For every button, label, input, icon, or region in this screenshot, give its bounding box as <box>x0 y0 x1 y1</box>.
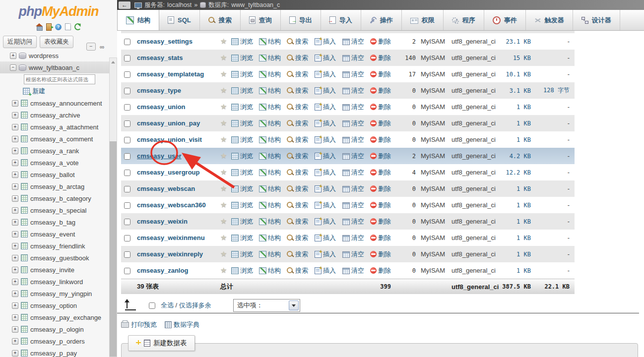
action-search-link[interactable]: 搜索 <box>287 168 315 177</box>
table-name-link[interactable]: cmseasy_settings <box>135 38 220 45</box>
action-search-link[interactable]: 搜索 <box>287 37 315 46</box>
action-structure-link[interactable]: 结构 <box>259 37 287 46</box>
sidebar-item-table[interactable]: +cmseasy_option <box>0 299 110 311</box>
action-empty-link[interactable]: 清空 <box>342 250 370 259</box>
row-checkbox[interactable] <box>124 39 130 45</box>
table-name-link[interactable]: cmseasy_union <box>135 103 220 111</box>
help-icon[interactable] <box>55 24 62 30</box>
action-insert-link[interactable]: 插入 <box>315 217 342 226</box>
action-search-link[interactable]: 搜索 <box>287 70 315 79</box>
action-browse-link[interactable]: 浏览 <box>231 168 259 177</box>
favorite-star-icon[interactable] <box>220 234 228 242</box>
action-structure-link[interactable]: 结构 <box>259 119 287 128</box>
expand-toggle-icon[interactable]: + <box>12 183 18 190</box>
expand-toggle-icon[interactable]: + <box>12 231 18 238</box>
action-empty-link[interactable]: 清空 <box>342 217 370 226</box>
action-empty-link[interactable]: 清空 <box>342 119 370 128</box>
sidebar-item-table[interactable]: +cmseasy_b_arctag <box>0 180 110 192</box>
action-drop-link[interactable]: 删除 <box>370 119 396 128</box>
action-search-link[interactable]: 搜索 <box>287 54 315 62</box>
action-browse-link[interactable]: 浏览 <box>231 201 259 210</box>
tab-triggers[interactable]: 触发器 <box>526 10 573 30</box>
action-browse-link[interactable]: 浏览 <box>231 37 259 46</box>
tab-events[interactable]: 事件 <box>484 10 526 30</box>
expand-toggle-icon[interactable]: + <box>12 124 18 130</box>
sidebar-item-table[interactable]: +cmseasy_archive <box>0 109 110 121</box>
action-structure-link[interactable]: 结构 <box>259 201 287 210</box>
sidebar-item-new-table[interactable]: 新建 <box>0 85 110 97</box>
row-checkbox[interactable] <box>124 202 130 209</box>
action-structure-link[interactable]: 结构 <box>259 103 287 112</box>
action-structure-link[interactable]: 结构 <box>259 54 287 62</box>
expand-toggle-icon[interactable]: + <box>12 267 18 273</box>
action-insert-link[interactable]: 插入 <box>315 266 342 275</box>
expand-toggle-icon[interactable]: + <box>12 136 18 142</box>
action-drop-link[interactable]: 删除 <box>370 266 396 275</box>
action-empty-link[interactable]: 清空 <box>342 184 370 193</box>
action-browse-link[interactable]: 浏览 <box>231 86 259 95</box>
create-table-legend[interactable]: 新建数据表 <box>128 335 195 351</box>
tab-favorite-tables[interactable]: 表收藏夹 <box>40 36 73 48</box>
favorite-star-icon[interactable] <box>220 119 228 127</box>
row-checkbox[interactable] <box>124 219 130 225</box>
sidebar-item-table[interactable]: +cmseasy_b_tag <box>0 216 110 228</box>
action-empty-link[interactable]: 清空 <box>342 152 370 161</box>
row-checkbox[interactable] <box>124 268 130 274</box>
table-name-link[interactable]: cmseasy_weixinmenu <box>135 234 220 241</box>
action-browse-link[interactable]: 浏览 <box>231 135 259 144</box>
table-name-link[interactable]: cmseasy_stats <box>135 54 220 61</box>
logout-icon[interactable] <box>46 23 52 31</box>
sidebar-item-table[interactable]: +cmseasy_b_category <box>0 192 110 204</box>
action-drop-link[interactable]: 删除 <box>370 184 396 193</box>
expand-toggle-icon[interactable]: + <box>12 338 18 345</box>
sidebar-item-table[interactable]: +cmseasy_event <box>0 228 110 240</box>
back-arrow-button[interactable]: ← <box>119 1 130 9</box>
action-browse-link[interactable]: 浏览 <box>231 217 259 226</box>
action-search-link[interactable]: 搜索 <box>287 184 315 193</box>
sidebar-item-table[interactable]: +cmseasy_pay_exchange <box>0 311 110 323</box>
action-browse-link[interactable]: 浏览 <box>231 250 259 259</box>
action-insert-link[interactable]: 插入 <box>315 184 342 193</box>
action-drop-link[interactable]: 删除 <box>370 168 396 177</box>
action-empty-link[interactable]: 清空 <box>342 266 370 275</box>
action-structure-link[interactable]: 结构 <box>259 184 287 193</box>
check-all-link[interactable]: 全选 <box>161 301 174 309</box>
row-checkbox[interactable] <box>124 251 130 258</box>
sidebar-scrollbar[interactable] <box>109 58 117 357</box>
action-structure-link[interactable]: 结构 <box>259 152 287 161</box>
action-browse-link[interactable]: 浏览 <box>231 103 259 112</box>
sidebar-item-table[interactable]: +cmseasy_a_attachment <box>0 121 110 133</box>
action-insert-link[interactable]: 插入 <box>315 103 342 112</box>
sidebar-item-table[interactable]: +cmseasy_my_yingpin <box>0 288 110 299</box>
table-name-link[interactable]: cmseasy_zanlog <box>135 267 220 274</box>
action-insert-link[interactable]: 插入 <box>315 152 342 161</box>
action-structure-link[interactable]: 结构 <box>259 168 287 177</box>
action-structure-link[interactable]: 结构 <box>259 86 287 95</box>
favorite-star-icon[interactable] <box>220 70 228 78</box>
tab-structure[interactable]: 结构 <box>117 10 159 30</box>
tab-sql[interactable]: SQL <box>159 10 200 30</box>
home-icon[interactable] <box>36 24 43 30</box>
favorite-star-icon[interactable] <box>220 54 228 62</box>
favorite-star-icon[interactable] <box>220 250 228 258</box>
action-drop-link[interactable]: 删除 <box>370 70 396 79</box>
sidebar-item-table[interactable]: +cmseasy_guestbook <box>0 252 110 264</box>
row-checkbox[interactable] <box>124 88 130 94</box>
action-insert-link[interactable]: 插入 <box>315 201 342 210</box>
table-name-link[interactable]: cmseasy_union_visit <box>135 136 220 143</box>
table-name-link[interactable]: cmseasy_weixinreply <box>135 250 220 258</box>
sidebar-item-table[interactable]: +cmseasy_linkword <box>0 276 110 288</box>
action-empty-link[interactable]: 清空 <box>342 37 370 46</box>
table-name-link[interactable]: cmseasy_user <box>135 152 220 160</box>
action-insert-link[interactable]: 插入 <box>315 37 342 46</box>
expand-toggle-icon[interactable]: + <box>12 243 18 249</box>
action-drop-link[interactable]: 删除 <box>370 250 396 259</box>
action-structure-link[interactable]: 结构 <box>259 217 287 226</box>
row-checkbox[interactable] <box>124 153 130 160</box>
with-selected-dropdown[interactable]: 选中项： <box>233 299 300 312</box>
action-search-link[interactable]: 搜索 <box>287 201 315 210</box>
table-name-link[interactable]: cmseasy_usergroup <box>135 169 220 176</box>
expand-toggle-icon[interactable]: + <box>12 291 18 297</box>
action-structure-link[interactable]: 结构 <box>259 70 287 79</box>
row-checkbox[interactable] <box>124 71 130 78</box>
